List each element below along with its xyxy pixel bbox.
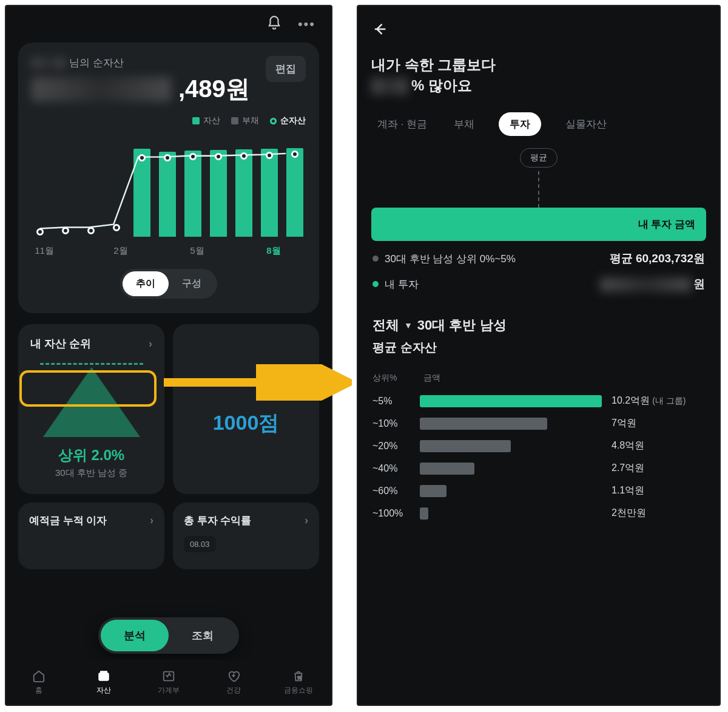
pill-analyze[interactable]: 분석 [101, 620, 169, 651]
overflow-menu-icon[interactable]: ••• [298, 16, 315, 32]
dist-bar [420, 485, 447, 497]
rank-percentile: 상위 2.0% [58, 446, 124, 465]
networth-chart[interactable] [32, 134, 306, 237]
seg-real[interactable]: 실물자산 [563, 112, 609, 136]
tab-ledger[interactable]: 가계부 [136, 660, 201, 705]
dist-percentile: ~20% [372, 441, 410, 452]
invest-tile-title: 총 투자 수익률 [184, 514, 251, 527]
toggle-composition[interactable]: 구성 [169, 271, 215, 296]
svg-rect-2 [164, 671, 174, 680]
average-chip: 평균 [358, 148, 720, 168]
networth-card: 님의 순자산 ,489원 편집 자산 부채 순자산 [18, 42, 319, 313]
dist-value: 1.1억원 [612, 484, 644, 497]
credit-score: 1000점 [173, 409, 319, 437]
category-segments: 계좌 · 현금 부채 투자 실물자산 [358, 95, 720, 148]
networth-subtitle: 님의 순자산 [32, 56, 250, 70]
chevron-right-icon: › [305, 514, 308, 527]
distribution-row: ~60%1.1억원 [358, 480, 720, 502]
pill-lookup[interactable]: 조회 [169, 620, 237, 651]
seg-invest[interactable]: 투자 [499, 112, 541, 136]
avg-guideline [538, 171, 539, 208]
dist-bar [420, 418, 547, 430]
dist-bar [420, 440, 511, 452]
distribution-row: ~40%2.7억원 [358, 457, 720, 480]
score-tile[interactable]: 1000점 [173, 324, 319, 494]
asset-rank-tile[interactable]: 내 자산 순위 › 상위 2.0% 30대 후반 남성 중 [18, 324, 164, 494]
tab-home[interactable]: 홈 [6, 660, 71, 705]
dist-percentile: ~10% [372, 418, 410, 429]
dist-bar [420, 507, 428, 520]
group-range-label: 30대 후반 남성 상위 0%~5% [385, 252, 516, 266]
edit-button[interactable]: 편집 [266, 56, 306, 82]
asset-rank-title: 내 자산 순위 [30, 336, 91, 351]
chart-legend: 자산 부채 순자산 [32, 115, 306, 126]
deposit-interest-tile[interactable]: 예적금 누적 이자 › [18, 503, 164, 569]
date-pill: 08.03 [184, 536, 216, 552]
month-axis: 11월 2월 5월 8월 [32, 245, 306, 257]
top-bar: ••• [6, 6, 331, 42]
dist-value: 2천만원 [612, 507, 646, 520]
distribution-title: 평균 순자산 [358, 338, 720, 367]
distribution-columns: 상위% 금액 [358, 367, 720, 390]
legend-dot-grey [372, 256, 379, 262]
distribution-row: ~20%4.8억원 [358, 435, 720, 457]
seg-debt[interactable]: 부채 [451, 112, 477, 136]
rank-subtitle: 30대 후반 남성 중 [55, 467, 127, 479]
my-invest-label: 내 투자 [385, 277, 419, 291]
notification-bell-icon[interactable] [266, 15, 282, 33]
chart-mode-toggle[interactable]: 추이 구성 [120, 269, 217, 299]
svg-rect-1 [100, 671, 107, 673]
dist-bar [420, 395, 602, 407]
arrow-annotation [164, 364, 352, 401]
legend-dot-green [372, 281, 379, 287]
distribution-row: ~5%10.2억원(내 그룹) [358, 390, 720, 412]
invest-return-tile[interactable]: 총 투자 수익률 › 08.03 [173, 503, 319, 569]
chevron-right-icon: › [150, 514, 153, 527]
svg-text:%: % [298, 674, 302, 680]
seg-account[interactable]: 계좌 · 현금 [375, 112, 430, 136]
distribution-filter[interactable]: 전체 ▼ 30대 후반 남성 [358, 292, 720, 338]
group-average-value: 평균 60,203,732원 [610, 251, 705, 266]
dist-value: 2.7억원 [612, 462, 644, 475]
dropdown-caret-icon: ▼ [404, 320, 413, 330]
rank-triangle-graphic: 상위 2.0% 30대 후반 남성 중 [30, 363, 152, 479]
toggle-trend[interactable]: 추이 [123, 271, 169, 296]
my-invest-value: 원 [600, 276, 705, 292]
tab-asset[interactable]: 자산 [71, 660, 136, 705]
phone-left: ••• 님의 순자산 ,489원 편집 자산 부채 순자산 [5, 5, 332, 706]
chevron-right-icon: › [149, 337, 152, 350]
networth-amount: ,489원 [32, 72, 250, 106]
dist-bar [420, 463, 474, 475]
tab-shop[interactable]: % 금융쇼핑 [266, 660, 331, 705]
dist-percentile: ~60% [372, 486, 410, 497]
dist-value: 7억원 [612, 417, 636, 430]
dist-value: 4.8억원 [612, 439, 644, 452]
dist-percentile: ~40% [372, 463, 410, 474]
page-title: 내가 속한 그룹보다 % 많아요 [358, 55, 720, 95]
svg-rect-0 [99, 673, 109, 680]
distribution-row: ~10%7억원 [358, 412, 720, 435]
dist-percentile: ~5% [372, 396, 410, 407]
bottom-tabbar: 홈 자산 가계부 건강 % 금융쇼핑 [6, 660, 331, 705]
back-arrow-icon[interactable] [371, 21, 388, 40]
phone-right: 내가 속한 그룹보다 % 많아요 계좌 · 현금 부채 투자 실물자산 평균 내… [357, 5, 721, 706]
dist-percentile: ~100% [372, 508, 410, 519]
deposit-tile-title: 예적금 누적 이자 [29, 514, 107, 527]
mode-floating-pill[interactable]: 분석 조회 [98, 617, 239, 654]
dist-value: 10.2억원(내 그룹) [612, 395, 686, 407]
my-invest-full-bar: 내 투자 금액 [371, 208, 706, 241]
tab-health[interactable]: 건강 [201, 660, 266, 705]
distribution-row: ~100%2천만원 [358, 502, 720, 524]
distribution-list: ~5%10.2억원(내 그룹)~10%7억원~20%4.8억원~40%2.7억원… [358, 390, 720, 524]
